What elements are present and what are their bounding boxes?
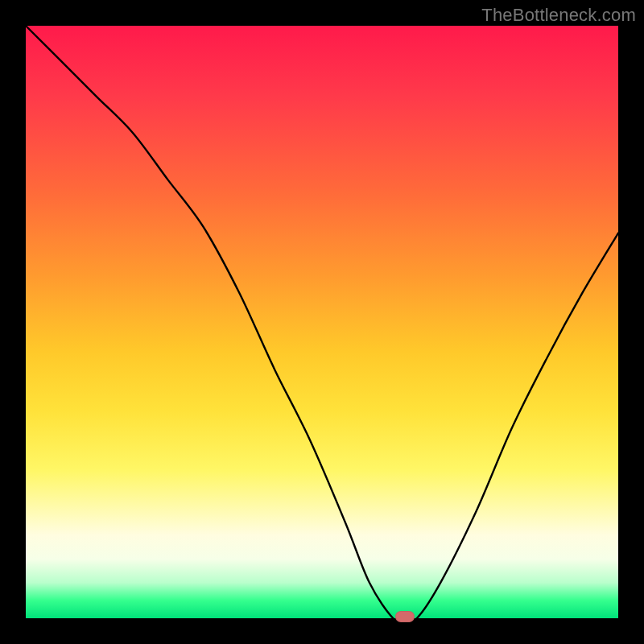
plot-area [26, 26, 618, 618]
watermark-text: TheBottleneck.com [481, 5, 636, 26]
optimal-marker [395, 611, 415, 622]
chart-frame: TheBottleneck.com [0, 0, 644, 644]
bottleneck-curve [26, 26, 618, 618]
